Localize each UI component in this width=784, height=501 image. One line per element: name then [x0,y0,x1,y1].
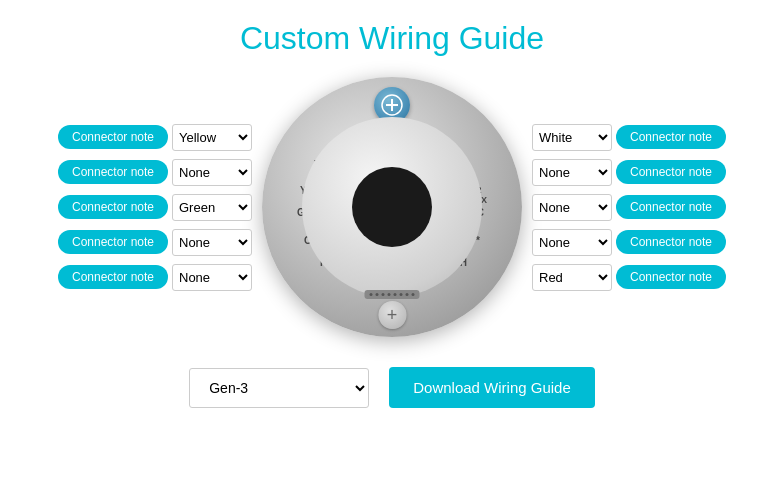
right-wire-select-4[interactable]: RedNoneWhiteYellowGreenBlueOrangeBrown [532,264,612,291]
thermostat-inner [302,117,482,297]
left-connector-row-3: Connector note NoneYellowRedGreenWhiteBl… [58,229,252,256]
thermostat-outer: nest Y1 Y2 G OB Rc W1 W2AUX C * RH [262,77,522,337]
right-connector-row-2: NoneWhiteYellowRedGreenBlueOrangeBrown C… [532,194,726,221]
left-connector-row-0: Connector note YellowNoneRedGreenWhiteBl… [58,124,252,151]
left-connector-row-2: Connector note GreenNoneYellowRedWhiteBl… [58,194,252,221]
right-connector-row-1: NoneWhiteYellowRedGreenBlueOrangeBrown C… [532,159,726,186]
right-wire-select-2[interactable]: NoneWhiteYellowRedGreenBlueOrangeBrown [532,194,612,221]
connector-dot-8 [412,293,415,296]
left-connectors: Connector note YellowNoneRedGreenWhiteBl… [58,124,252,291]
connector-dot-7 [406,293,409,296]
right-connector-row-4: RedNoneWhiteYellowGreenBlueOrangeBrown C… [532,264,726,291]
gen-select[interactable]: Gen-1Gen-2Gen-3Gen-4 [189,368,369,408]
thermostat: nest Y1 Y2 G OB Rc W1 W2AUX C * RH [262,77,522,337]
right-connector-row-3: NoneWhiteYellowRedGreenBlueOrangeBrown C… [532,229,726,256]
left-wire-select-3[interactable]: NoneYellowRedGreenWhiteBlueOrangeBrown [172,229,252,256]
bottom-bar: Gen-1Gen-2Gen-3Gen-4 Download Wiring Gui… [0,367,784,428]
left-wire-select-1[interactable]: NoneYellowRedGreenWhiteBlueOrangeBrown [172,159,252,186]
connector-dot-5 [394,293,397,296]
main-content: Connector note YellowNoneRedGreenWhiteBl… [0,77,784,337]
connector-plus-bottom: + [378,301,406,329]
connector-dot-6 [400,293,403,296]
left-wire-select-4[interactable]: NoneYellowRedGreenWhiteBlueOrangeBrown [172,264,252,291]
page-title: Custom Wiring Guide [0,0,784,67]
left-wire-select-0[interactable]: YellowNoneRedGreenWhiteBlueOrangeBrown [172,124,252,151]
right-connector-note-btn-4[interactable]: Connector note [616,265,726,289]
left-wire-select-2[interactable]: GreenNoneYellowRedWhiteBlueOrangeBrown [172,194,252,221]
connector-dot-3 [382,293,385,296]
connector-dot-1 [370,293,373,296]
left-connector-row-4: Connector note NoneYellowRedGreenWhiteBl… [58,264,252,291]
right-connector-row-0: WhiteNoneYellowRedGreenBlueOrangeBrown C… [532,124,726,151]
right-connector-note-btn-2[interactable]: Connector note [616,195,726,219]
bottom-connector: + [365,290,420,329]
connector-strip [365,290,420,299]
right-wire-select-3[interactable]: NoneWhiteYellowRedGreenBlueOrangeBrown [532,229,612,256]
connector-dot-4 [388,293,391,296]
left-connector-row-1: Connector note NoneYellowRedGreenWhiteBl… [58,159,252,186]
left-connector-note-btn-0[interactable]: Connector note [58,125,168,149]
right-wire-select-0[interactable]: WhiteNoneYellowRedGreenBlueOrangeBrown [532,124,612,151]
download-wiring-guide-button[interactable]: Download Wiring Guide [389,367,595,408]
right-connector-note-btn-3[interactable]: Connector note [616,230,726,254]
right-connectors: WhiteNoneYellowRedGreenBlueOrangeBrown C… [532,124,726,291]
connector-dots [370,293,415,296]
left-connector-note-btn-2[interactable]: Connector note [58,195,168,219]
left-connector-note-btn-4[interactable]: Connector note [58,265,168,289]
left-connector-note-btn-1[interactable]: Connector note [58,160,168,184]
right-wire-select-1[interactable]: NoneWhiteYellowRedGreenBlueOrangeBrown [532,159,612,186]
thermostat-center [352,167,432,247]
right-connector-note-btn-0[interactable]: Connector note [616,125,726,149]
connector-dot-2 [376,293,379,296]
right-connector-note-btn-1[interactable]: Connector note [616,160,726,184]
left-connector-note-btn-3[interactable]: Connector note [58,230,168,254]
